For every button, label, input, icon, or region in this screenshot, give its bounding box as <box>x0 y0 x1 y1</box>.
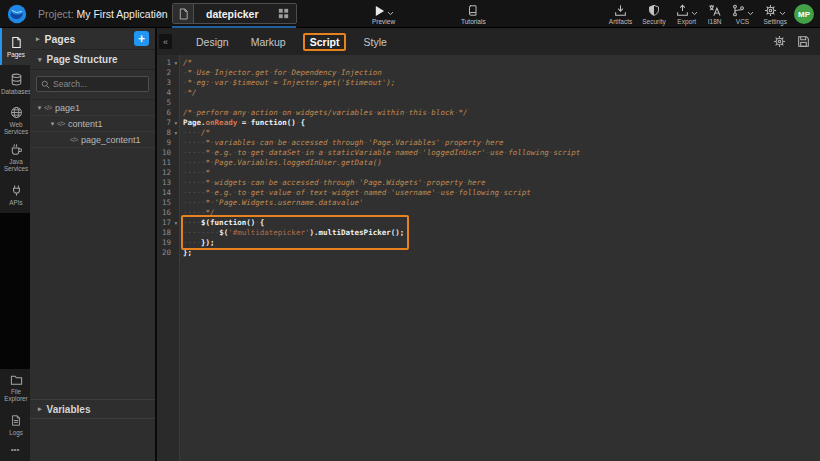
tree-item-label: content1 <box>68 119 103 129</box>
chevron-down-icon <box>779 11 786 16</box>
export-button[interactable]: Export <box>676 3 698 25</box>
sidebar-item-web-services[interactable]: Web Services <box>0 102 30 139</box>
save-icon[interactable] <box>797 35 810 48</box>
sidebar-item-label: Logs <box>9 429 23 436</box>
tree-item-page-content1[interactable]: </> page_content1 <box>30 132 155 148</box>
editor-settings-gear-icon[interactable] <box>773 35 786 48</box>
fold-gutter <box>171 98 181 108</box>
code-text: ·····*·'Page.Widgets.username.datavalue' <box>181 198 364 208</box>
project-breadcrumb[interactable]: Project: My First Application <box>38 8 168 20</box>
tree-item-page1[interactable]: ▾ </> page1 <box>30 100 155 116</box>
code-line[interactable]: 3·*·eg:·var·$timeout·=·Injector.get('$ti… <box>157 78 820 88</box>
caret-right-icon[interactable]: ▸ <box>38 405 42 413</box>
artifacts-button[interactable]: Artifacts <box>609 3 632 25</box>
preview-button[interactable]: Preview <box>372 3 395 25</box>
tab-markup[interactable]: Markup <box>251 36 286 48</box>
code-line[interactable]: 5 <box>157 98 820 108</box>
more-options-icon[interactable]: ••• <box>0 443 30 461</box>
code-line[interactable]: 19····}); <box>157 238 820 248</box>
code-text: ·····*·variables·can·be·accessed·through… <box>181 138 504 148</box>
coffee-icon <box>10 143 23 156</box>
collapse-panel-button[interactable]: « <box>159 34 172 49</box>
caret-down-icon[interactable]: ▾ <box>38 56 42 64</box>
code-line[interactable]: 17▾····$(function()·{ <box>157 218 820 228</box>
caret-down-icon[interactable]: ▾ <box>48 120 57 128</box>
fold-gutter <box>171 108 181 118</box>
sidebar-item-apis[interactable]: APIs <box>0 176 30 213</box>
code-line[interactable]: 8▾····/* <box>157 128 820 138</box>
tab-design[interactable]: Design <box>196 36 229 48</box>
i18n-button[interactable]: I18N <box>708 3 722 25</box>
search-box[interactable] <box>36 76 149 92</box>
line-number: 1 <box>157 58 171 68</box>
pages-panel-header[interactable]: ▸ Pages + <box>30 28 155 50</box>
sidebar-item-pages[interactable]: Pages <box>0 28 30 65</box>
grid-icon[interactable] <box>271 8 296 19</box>
user-avatar[interactable]: MP <box>794 4 814 24</box>
page-structure-header[interactable]: ▾ Page Structure <box>30 50 155 70</box>
code-line[interactable]: 2·*·Use·Injector.get·for·Dependency·Inje… <box>157 68 820 78</box>
top-bar: Project: My First Application › datepick… <box>0 0 820 28</box>
code-line[interactable]: 6/*·perform·any·action·on·widgets/variab… <box>157 108 820 118</box>
code-line[interactable]: 9·····*·variables·can·be·accessed·throug… <box>157 138 820 148</box>
tab-script[interactable]: Script <box>303 33 347 51</box>
fold-gutter <box>171 88 181 98</box>
caret-right-icon[interactable]: ▸ <box>36 35 40 43</box>
panel-bottom-area <box>30 419 155 461</box>
settings-button[interactable]: Settings <box>764 3 788 25</box>
log-file-icon <box>10 414 22 427</box>
code-text: ·*·eg:·var·$timeout·=·Injector.get('$tim… <box>181 78 395 88</box>
code-text <box>181 98 183 108</box>
tree-item-label: page_content1 <box>81 135 141 145</box>
sidebar-item-logs[interactable]: Logs <box>0 406 30 443</box>
line-number: 5 <box>157 98 171 108</box>
export-label: Export <box>677 18 696 25</box>
security-button[interactable]: Security <box>642 3 665 25</box>
code-line[interactable]: 12·····* <box>157 168 820 178</box>
page-tab-datepicker[interactable]: datepicker <box>172 3 297 24</box>
sidebar-item-java-services[interactable]: Java Services <box>0 139 30 176</box>
vcs-button[interactable]: VCS <box>732 3 754 25</box>
branch-icon <box>732 4 745 17</box>
fold-caret-icon[interactable]: ▾ <box>171 218 181 228</box>
fold-caret-icon[interactable]: ▾ <box>171 118 181 128</box>
code-line[interactable]: 10·····*·e.g.·to·get·dataSet·in·a·static… <box>157 148 820 158</box>
code-line[interactable]: 4·*/ <box>157 88 820 98</box>
sidebar-spacer <box>0 213 30 369</box>
chevron-down-icon <box>387 11 394 16</box>
globe-icon <box>10 106 23 119</box>
sidebar-item-databases[interactable]: Databases <box>0 65 30 102</box>
fold-gutter <box>171 78 181 88</box>
code-line[interactable]: 20}; <box>157 248 820 258</box>
code-line[interactable]: 16·····*/ <box>157 208 820 218</box>
caret-down-icon[interactable]: ▾ <box>35 104 44 112</box>
code-line[interactable]: 14·····*·e.g.·to·get·value·of·text·widge… <box>157 188 820 198</box>
tree-item-content1[interactable]: ▾ </> content1 <box>30 116 155 132</box>
code-text: /* <box>181 58 192 68</box>
wavemaker-logo-icon[interactable] <box>7 4 27 24</box>
variables-section-header[interactable]: ▸ Variables <box>30 399 155 419</box>
code-line[interactable]: 11·····*·Page.Variables.loggedInUser.get… <box>157 158 820 168</box>
line-number: 13 <box>157 178 171 188</box>
code-text: ·····*/ <box>181 208 215 218</box>
shield-icon <box>648 4 660 17</box>
line-number: 7 <box>157 118 171 128</box>
sidebar-item-label: Web Services <box>2 121 30 135</box>
fold-gutter <box>171 188 181 198</box>
code-line[interactable]: 15·····*·'Page.Widgets.username.datavalu… <box>157 198 820 208</box>
search-input[interactable] <box>53 79 144 89</box>
tutorials-button[interactable]: Tutorials <box>461 3 486 25</box>
add-page-button[interactable]: + <box>134 31 149 46</box>
code-line[interactable]: 13·····*·widgets·can·be·accessed·through… <box>157 178 820 188</box>
sidebar-item-label: APIs <box>9 199 22 206</box>
code-line[interactable]: 7▾Page.onReady·=·function()·{ <box>157 118 820 128</box>
tab-style[interactable]: Style <box>363 36 386 48</box>
code-line[interactable]: 18········$('#multidatepicker').multiDat… <box>157 228 820 238</box>
sidebar-item-file-explorer[interactable]: File Explorer <box>0 369 30 406</box>
fold-caret-icon[interactable]: ▾ <box>171 128 181 138</box>
script-code-editor[interactable]: 1▾/*2·*·Use·Injector.get·for·Dependency·… <box>157 55 820 461</box>
fold-caret-icon[interactable]: ▾ <box>171 58 181 68</box>
widget-markup-icon: </> <box>70 136 78 143</box>
code-text: ·····*·Page.Variables.loggedInUser.getDa… <box>181 158 382 168</box>
code-line[interactable]: 1▾/* <box>157 58 820 68</box>
